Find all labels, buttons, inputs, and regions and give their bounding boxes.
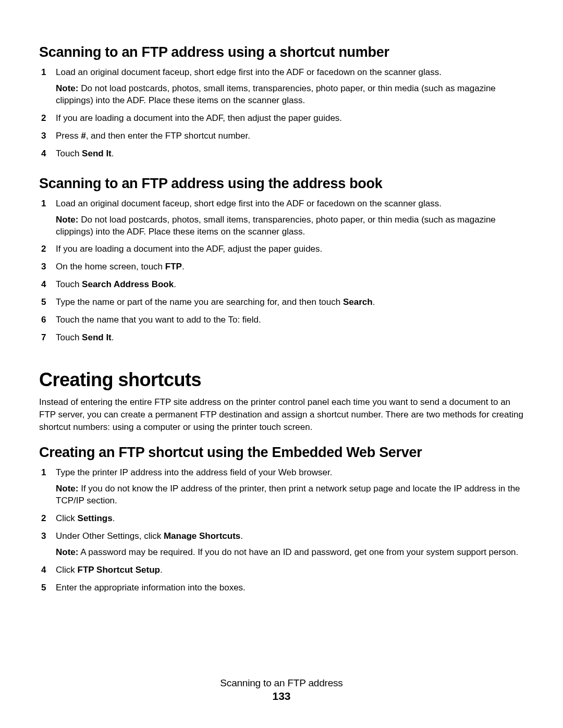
step-text-pre: Type the name or part of the name you ar… (56, 297, 343, 307)
document-page: Scanning to an FTP address using a short… (0, 0, 563, 723)
step-text-post: . (112, 149, 114, 158)
page-footer: Scanning to an FTP address 133 (39, 677, 524, 702)
list-item: On the home screen, touch FTP. (52, 261, 524, 273)
list-item: Load an original document faceup, short … (52, 67, 524, 107)
step-text-post: . (373, 297, 375, 307)
step-text-bold: Settings (78, 513, 113, 523)
step-text-bold: Send It (82, 149, 112, 158)
step-text-post: . (174, 279, 176, 289)
list-item: Click Settings. (52, 513, 524, 525)
steps-address-book: Load an original document faceup, short … (39, 198, 524, 344)
step-text-bold: FTP Shortcut Setup (78, 565, 160, 575)
list-item: If you are loading a document into the A… (52, 113, 524, 125)
note-text: If you do not know the IP address of the… (56, 484, 520, 505)
step-text-pre: Touch (56, 149, 82, 158)
step-text: Load an original document faceup, short … (56, 199, 442, 208)
list-item: Touch Search Address Book. (52, 279, 524, 291)
step-text-post: . (112, 332, 114, 342)
page-number: 133 (39, 690, 524, 702)
step-text: Touch the name that you want to add to t… (56, 315, 261, 325)
note-label: Note: (56, 215, 78, 225)
step-text: If you are loading a document into the A… (56, 113, 342, 123)
step-text: Type the printer IP address into the add… (56, 467, 332, 477)
list-item: Touch Send It. (52, 332, 524, 344)
step-text-post: , and then enter the FTP shortcut number… (86, 131, 250, 141)
heading-address-book: Scanning to an FTP address using the add… (39, 176, 524, 192)
step-text-post: . (113, 513, 115, 523)
step-text: Enter the appropriate information into t… (56, 583, 246, 593)
step-text-pre: Touch (56, 332, 82, 342)
step-text-post: . (160, 565, 163, 575)
list-item: Type the printer IP address into the add… (52, 467, 524, 507)
steps-embedded-web-server: Type the printer IP address into the add… (39, 467, 524, 594)
step-text-bold: Search Address Book (82, 279, 174, 289)
note-label: Note: (56, 83, 78, 93)
step-text-pre: Touch (56, 279, 82, 289)
note-label: Note: (56, 547, 78, 557)
step-text: If you are loading a document into the A… (56, 244, 322, 254)
note-block: Note: A password may be required. If you… (56, 547, 524, 559)
footer-title: Scanning to an FTP address (39, 677, 524, 689)
step-text-pre: Click (56, 565, 78, 575)
list-item: Touch Send It. (52, 148, 524, 160)
heading-shortcut-number: Scanning to an FTP address using a short… (39, 44, 524, 60)
heading-embedded-web-server: Creating an FTP shortcut using the Embed… (39, 445, 524, 461)
note-text: Do not load postcards, photos, small ite… (56, 215, 496, 237)
intro-paragraph: Instead of entering the entire FTP site … (39, 396, 524, 433)
note-block: Note: Do not load postcards, photos, sma… (56, 83, 524, 107)
heading-creating-shortcuts: Creating shortcuts (39, 369, 524, 391)
step-text-pre: Click (56, 513, 78, 523)
step-text-pre: On the home screen, touch (56, 262, 165, 272)
note-block: Note: Do not load postcards, photos, sma… (56, 214, 524, 238)
step-text-post: . (240, 531, 243, 541)
step-text-pre: Press (56, 131, 81, 141)
list-item: If you are loading a document into the A… (52, 243, 524, 255)
step-text-bold: FTP (165, 262, 182, 272)
step-text-post: . (182, 262, 185, 272)
list-item: Enter the appropriate information into t… (52, 582, 524, 594)
note-text: Do not load postcards, photos, small ite… (56, 83, 496, 105)
list-item: Touch the name that you want to add to t… (52, 314, 524, 326)
list-item: Load an original document faceup, short … (52, 198, 524, 238)
list-item: Type the name or part of the name you ar… (52, 297, 524, 309)
step-text-bold: Send It (82, 332, 112, 342)
note-block: Note: If you do not know the IP address … (56, 483, 524, 507)
step-text: Load an original document faceup, short … (56, 67, 442, 77)
step-text-bold: Search (343, 297, 373, 307)
list-item: Click FTP Shortcut Setup. (52, 564, 524, 576)
steps-shortcut-number: Load an original document faceup, short … (39, 67, 524, 160)
step-text-pre: Under Other Settings, click (56, 531, 164, 541)
list-item: Under Other Settings, click Manage Short… (52, 530, 524, 559)
list-item: Press #, and then enter the FTP shortcut… (52, 130, 524, 142)
step-text-bold: # (81, 131, 85, 141)
note-text: A password may be required. If you do no… (78, 547, 518, 557)
note-label: Note: (56, 484, 78, 493)
step-text-bold: Manage Shortcuts (164, 531, 240, 541)
